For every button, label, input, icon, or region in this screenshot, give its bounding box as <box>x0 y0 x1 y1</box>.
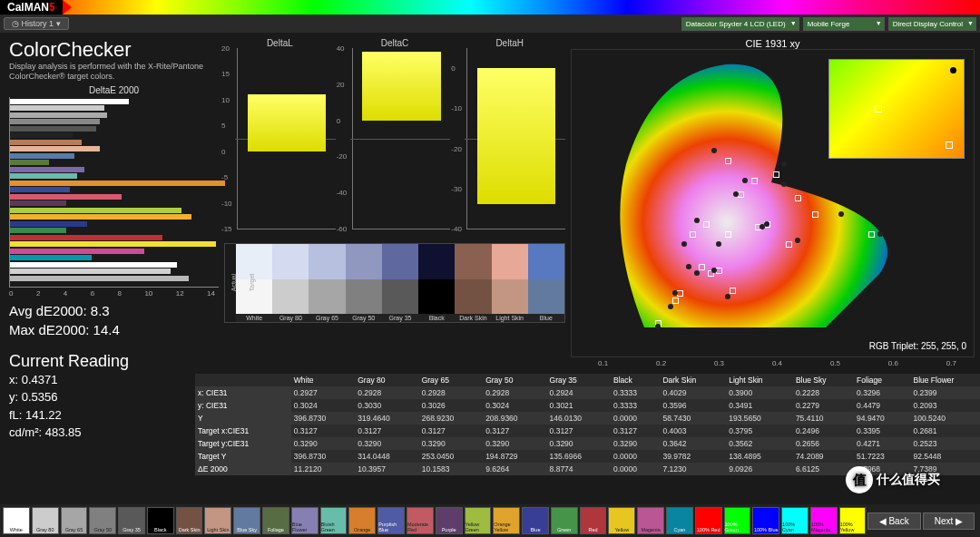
palette-swatch[interactable]: Yellow Green <box>465 507 492 534</box>
cie-title: CIE 1931 xy <box>571 38 975 49</box>
de2000-label: DeltaE 2000 <box>9 85 219 95</box>
delta-charts: DeltaL20151050-5-10-15DeltaC40200-20-40-… <box>224 38 565 238</box>
de-bar <box>10 160 49 165</box>
max-de: Max dE2000: 14.4 <box>9 320 219 339</box>
palette-swatch[interactable]: Red <box>580 507 607 534</box>
palette-swatch[interactable]: White <box>3 507 30 534</box>
palette-swatch[interactable]: Bluish Green <box>320 507 348 534</box>
cie-target <box>786 241 792 248</box>
de-bar <box>10 105 104 111</box>
back-button[interactable]: ◀ Back <box>867 513 921 530</box>
cie-target <box>773 171 779 178</box>
mini-plot: 20151050-5-10-15 <box>237 48 336 229</box>
de-bar <box>10 262 177 268</box>
de-bar <box>10 112 107 118</box>
palette-swatch[interactable]: Dark Skin <box>176 507 203 534</box>
palette-swatch[interactable]: Foliage <box>262 507 289 534</box>
reading-fl: fL: 141.22 <box>9 406 219 425</box>
palette-swatch[interactable]: 100% Magenta <box>810 507 838 534</box>
mini-title: DeltaC <box>339 38 451 48</box>
cie-x-axis: 0.10.20.30.40.50.60.7 <box>571 357 975 367</box>
toolbar: ◷ History 1 ▾ Datacolor Spyder 4 LCD (LE… <box>0 15 980 33</box>
cie-target <box>703 221 710 228</box>
data-table: WhiteGray 80Gray 65Gray 50Gray 35BlackDa… <box>195 374 980 475</box>
cie-actual <box>686 264 691 269</box>
logo-arrow <box>63 0 72 15</box>
rgb-triplet: RGB Triplet: 255, 255, 0 <box>869 341 966 351</box>
palette-swatch[interactable]: Light Skin <box>204 507 231 534</box>
palette-swatch[interactable]: Orange Yellow <box>493 507 520 534</box>
cie-target <box>868 231 875 238</box>
display-dropdown[interactable]: Direct Display Control <box>888 17 976 31</box>
de-bar <box>10 153 74 159</box>
cie-target <box>730 288 736 294</box>
palette-swatch[interactable]: Black <box>147 507 174 534</box>
de2000-chart <box>9 97 219 288</box>
palette-swatch[interactable]: 100% Yellow <box>839 507 867 534</box>
cie-actual <box>655 324 661 329</box>
current-reading-header: Current Reading <box>9 352 219 371</box>
de-bar <box>10 146 100 151</box>
palette-swatch[interactable]: Gray 50 <box>89 507 116 534</box>
swatch[interactable]: Blue <box>528 244 564 322</box>
swatch[interactable]: Gray 50 <box>346 244 382 322</box>
palette-swatch[interactable]: Moderate Red <box>407 507 434 534</box>
palette-swatch[interactable]: 100% Green <box>724 507 751 534</box>
swatch[interactable]: Black <box>418 244 455 322</box>
palette-swatch[interactable]: Magenta <box>637 507 664 534</box>
history-button[interactable]: ◷ History 1 ▾ <box>4 17 69 30</box>
de-bar <box>10 167 84 172</box>
palette-bar: WhiteGray 80Gray 65Gray 50Gray 35BlackDa… <box>0 504 980 537</box>
cie-target <box>812 211 818 218</box>
cie-target <box>690 231 696 238</box>
palette-swatch[interactable]: Orange <box>348 507 376 534</box>
swatch-strip: ActualTargetWhiteGray 80Gray 65Gray 50Gr… <box>224 243 565 323</box>
palette-swatch[interactable]: Cyan <box>666 507 693 534</box>
palette-swatch[interactable]: Purple <box>436 507 463 534</box>
mini-plot: 0-10-20-30-40 <box>466 48 565 229</box>
de-bar <box>10 228 66 233</box>
palette-swatch[interactable]: Gray 35 <box>118 507 145 534</box>
swatch[interactable]: Dark Skin <box>455 244 491 322</box>
cie-target <box>699 264 705 270</box>
cie-target <box>716 268 722 274</box>
de-bar <box>10 173 77 179</box>
palette-swatch[interactable]: Purplish Blue <box>377 507 405 534</box>
swatch[interactable]: Gray 35 <box>382 244 418 322</box>
swatch[interactable]: Gray 80 <box>272 244 309 322</box>
source-dropdown[interactable]: Mobile Forge <box>803 17 885 31</box>
page-subtitle: Display analysis is performed with the X… <box>9 62 219 82</box>
palette-swatch[interactable]: Gray 65 <box>61 507 88 534</box>
next-button[interactable]: Next ▶ <box>923 513 975 530</box>
swatch[interactable]: Light Skin <box>492 244 528 322</box>
palette-swatch[interactable]: Gray 80 <box>32 507 59 534</box>
cie-target <box>738 191 744 198</box>
reading-x: x: 0.4371 <box>9 371 219 389</box>
mini-plot: 40200-20-40-60 <box>352 48 451 229</box>
mini-title: DeltaH <box>454 38 565 48</box>
cie-actual <box>716 241 721 247</box>
de-bar <box>10 221 87 227</box>
palette-swatch[interactable]: 100% Blue <box>752 507 779 534</box>
title-bar: CalMAN5 <box>0 0 980 15</box>
palette-swatch[interactable]: Yellow <box>608 507 635 534</box>
cie-actual <box>681 241 687 247</box>
de-bar <box>10 200 66 206</box>
de-bar <box>10 140 82 145</box>
meter-dropdown[interactable]: Datacolor Spyder 4 LCD (LED) <box>681 17 799 31</box>
palette-swatch[interactable]: Blue <box>522 507 549 534</box>
swatch[interactable]: Gray 65 <box>309 244 345 322</box>
palette-swatch[interactable]: 100% Cyan <box>781 507 808 534</box>
palette-swatch[interactable]: Blue Flower <box>291 507 318 534</box>
de-bar <box>10 241 216 247</box>
palette-swatch[interactable]: 100% Red <box>695 507 722 534</box>
de-bar <box>10 126 96 132</box>
palette-swatch[interactable]: Blue Sky <box>233 507 260 534</box>
cie-actual <box>838 211 844 217</box>
de-bar <box>10 187 70 192</box>
palette-swatch[interactable]: Green <box>551 507 578 534</box>
cie-target <box>795 195 801 201</box>
data-table-wrap: WhiteGray 80Gray 65Gray 50Gray 35BlackDa… <box>195 374 980 475</box>
table-row: Target y:CIE310.32900.32900.32900.32900.… <box>195 437 980 450</box>
table-row: Y396.8730319.4640268.9230208.9360146.013… <box>195 412 980 425</box>
